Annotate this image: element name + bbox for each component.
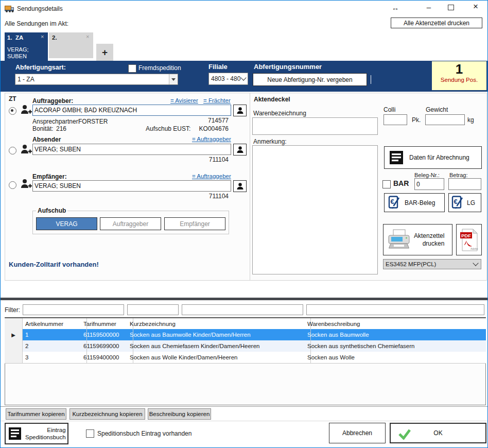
fraechter-link[interactable]: = Frächter: [203, 97, 231, 104]
bar-beleg-button[interactable]: € BAR-Beleg: [384, 193, 445, 212]
filiale-label: Filiale: [208, 63, 228, 71]
cell-kurzbezeichnung[interactable]: Socken aus Baumwolle Kinder/Damen/Herren: [127, 329, 311, 340]
tab1-close-icon[interactable]: ×: [41, 33, 44, 40]
printer-icon: [388, 229, 410, 251]
absender-label: Absender: [32, 136, 61, 143]
fremdspedition-checkbox[interactable]: [128, 64, 136, 73]
truck-icon: [5, 5, 15, 13]
bar-label: BAR: [393, 179, 409, 187]
eintrag-speditionsbuch-button[interactable]: EintragSpeditionsbuch: [5, 423, 68, 444]
daten-abrechnung-button[interactable]: Daten für Abrechnung: [384, 146, 482, 169]
cell-tarifnummer[interactable]: 61159400000: [80, 352, 133, 363]
cell-artikelnummer[interactable]: 3: [22, 352, 87, 363]
radio-auftraggeber[interactable]: [9, 107, 16, 115]
cell-artikelnummer[interactable]: 1: [22, 329, 87, 340]
absender-auftraggeber-link[interactable]: = Auftraggeber: [192, 136, 231, 142]
filter-input-3[interactable]: [182, 304, 303, 315]
person-add-icon[interactable]: [20, 178, 32, 189]
beschreibung-kopieren-button[interactable]: Beschreibung kopieren: [148, 408, 211, 420]
aufschub-auftraggeber-button[interactable]: Auftraggeber: [100, 217, 161, 230]
maximize-button[interactable]: [448, 5, 454, 10]
table-row[interactable]: 3 61159400000 Socken aus Wolle Kinder/Da…: [5, 352, 486, 364]
auftraggeber-label: Auftraggeber:: [32, 97, 73, 105]
gewicht-input[interactable]: [425, 114, 465, 125]
bar-checkbox[interactable]: [382, 180, 391, 188]
header-tarifnummer[interactable]: Tarifnummer: [80, 318, 133, 329]
person-add-icon[interactable]: [20, 144, 32, 155]
add-tab-button[interactable]: +: [96, 44, 113, 61]
alle-aktenzettel-drucken-button[interactable]: Alle Aktenzettel drucken: [391, 18, 482, 28]
neue-abfertigungsnr-button[interactable]: Neue Abfertigung-Nr. vergeben: [253, 73, 367, 86]
minimize-button[interactable]: –: [423, 3, 435, 11]
lg-button[interactable]: € LG: [448, 193, 481, 212]
warenbezeichnung-input[interactable]: [252, 117, 378, 135]
cell-warenbeschreibung[interactable]: Socken aus Baumwolle: [304, 329, 488, 340]
abfertigungsart-label: Abfertigungsart:: [15, 64, 66, 71]
auftraggeber-contact-button[interactable]: [233, 105, 247, 116]
filter-input-2[interactable]: [127, 304, 179, 315]
speditionsbuch-checkbox-label: Speditionsbuch Eintrag vorhanden: [97, 430, 191, 437]
auftraggeber-number: 714577: [177, 117, 229, 124]
auftraggeber-input[interactable]: [32, 105, 231, 116]
person-add-icon[interactable]: [20, 104, 32, 115]
filter-input-1[interactable]: [23, 304, 124, 315]
tarifnummer-kopieren-button[interactable]: Tarifnummer kopieren: [6, 408, 66, 420]
cell-warenbeschreibung[interactable]: Socken aus synthetischen Chemiefasern: [304, 340, 488, 352]
ok-button[interactable]: OK: [390, 423, 486, 443]
kurzbezeichnung-kopieren-button[interactable]: Kurzbezeichnung kopieren: [69, 408, 145, 420]
filter-input-4[interactable]: [306, 304, 484, 315]
abbrechen-button[interactable]: Abbrechen: [329, 423, 386, 443]
chevron-down-icon[interactable]: [474, 261, 481, 268]
empfaenger-auftraggeber-link[interactable]: = Auftraggeber: [192, 173, 231, 179]
svg-text:PDF: PDF: [461, 232, 471, 238]
empfaenger-input[interactable]: [32, 180, 231, 192]
speditionsbuch-checkbox[interactable]: [86, 429, 94, 438]
aufschub-empfaenger-button[interactable]: Empfänger: [164, 217, 225, 230]
radio-absender[interactable]: [9, 147, 16, 154]
filiale-dropdown[interactable]: 4803 - 480: [208, 73, 248, 85]
gewicht-label: Gewicht: [426, 106, 448, 113]
chevron-down-icon[interactable]: [241, 75, 248, 82]
cell-artikelnummer[interactable]: 2: [22, 340, 87, 352]
radio-empfaenger[interactable]: [9, 181, 16, 189]
header-warenbeschreibung[interactable]: Warenbeschreibung: [304, 318, 488, 329]
cell-tarifnummer[interactable]: 61159500000: [80, 329, 133, 340]
printer-dropdown[interactable]: ES3452 MFP(PCL): [383, 259, 481, 269]
header-kurzbezeichnung[interactable]: Kurzbezeichnung: [127, 318, 311, 329]
cell-warenbeschreibung[interactable]: Socken aus Wolle: [304, 352, 488, 363]
anmerkung-input[interactable]: [252, 145, 378, 274]
chevron-down-icon[interactable]: [169, 74, 178, 84]
cell-kurzbezeichnung[interactable]: Socken aus Wolle Kinder/Damen/Heeren: [127, 352, 311, 363]
avisierer-link[interactable]: = Avisierer: [170, 97, 198, 104]
betrag-input[interactable]: [448, 178, 481, 190]
empfaenger-contact-button[interactable]: [233, 180, 247, 192]
document-lines-icon: [390, 151, 403, 164]
zolltarif-note: Kunden-Zolltarif vorhanden!: [9, 261, 99, 268]
aktenzettel-drucken-button[interactable]: Aktenzetteldrucken: [383, 224, 452, 255]
empfaenger-number: 711104: [177, 193, 229, 200]
aufschub-verag-button[interactable]: VERAG: [36, 217, 97, 230]
sendung-count: 1: [432, 61, 486, 77]
absender-contact-button[interactable]: [233, 144, 247, 156]
table-row[interactable]: 2 61159699000 Socken aus Chemiefasern Ki…: [5, 340, 486, 352]
beleg-nr-input[interactable]: [414, 178, 444, 190]
pdf-button[interactable]: PDF Adobe: [456, 224, 482, 255]
close-button[interactable]: ×: [469, 2, 482, 12]
pk-label: Pk.: [412, 116, 421, 124]
absender-input[interactable]: [32, 144, 231, 155]
cell-tarifnummer[interactable]: 61159699000: [80, 340, 133, 352]
header-artikelnummer[interactable]: Artikelnummer: [22, 318, 87, 329]
svg-text:€: €: [391, 198, 394, 205]
cell-kurzbezeichnung[interactable]: Socken aus Chemiefasern Kinder/Damen/Hee…: [127, 340, 311, 352]
tab2-close-icon[interactable]: ×: [86, 33, 89, 40]
resize-icon[interactable]: ↔: [389, 4, 402, 12]
tab-shipment-1[interactable]: 1. ZA × VERAG; SUBEN: [5, 32, 48, 61]
anmerkung-label: Anmerkung:: [253, 138, 287, 145]
person-icon: [236, 182, 244, 190]
abfertigungsart-dropdown[interactable]: 1 - ZA: [15, 74, 178, 85]
sendung-pos-label: Sendung Pos.: [432, 77, 486, 83]
warenbezeichnung-label: Warenbezeichnung: [253, 110, 306, 117]
tab-shipment-2[interactable]: 2. ×: [49, 32, 93, 58]
colli-input[interactable]: [384, 114, 407, 125]
table-row[interactable]: ▶ 1 61159500000 Socken aus Baumwolle Kin…: [5, 329, 486, 341]
